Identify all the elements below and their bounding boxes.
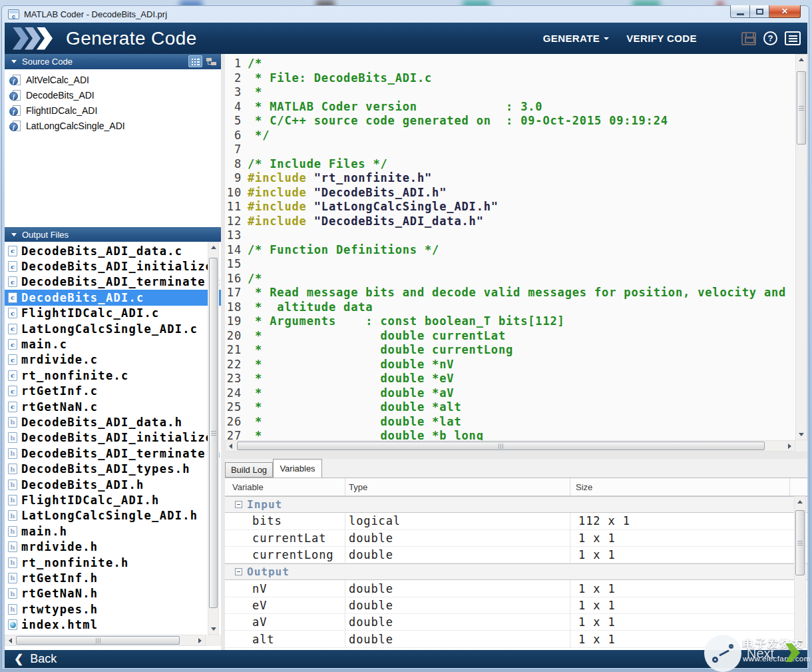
variable-name-cell: aV: [225, 614, 345, 630]
sidebar-horizontal-scrollbar[interactable]: [5, 635, 206, 646]
scroll-up-button[interactable]: [795, 497, 805, 507]
variable-row[interactable]: currentLongdouble1 x 1: [225, 547, 807, 563]
variable-row[interactable]: currentLatdouble1 x 1: [225, 530, 807, 547]
output-file-item[interactable]: hLatLongCalcSingle_ADI.h: [5, 508, 221, 523]
variable-row[interactable]: aVdouble1 x 1: [225, 614, 807, 631]
header-icons: ?: [741, 23, 801, 54]
output-file-item[interactable]: cLatLongCalcSingle_ADI.c: [5, 321, 221, 336]
column-header-variable[interactable]: Variable: [225, 478, 345, 496]
variables-scrollbar[interactable]: [794, 496, 806, 648]
variable-type-cell: double: [345, 547, 570, 563]
code-line: 24 * double *aV: [225, 386, 795, 401]
output-file-item[interactable]: hDecodeBits_ADI_initialize.h: [5, 430, 221, 446]
code-line: 3 *: [225, 85, 795, 100]
output-file-item[interactable]: cmain.c: [5, 336, 221, 352]
column-header-size[interactable]: Size: [570, 478, 790, 496]
code-horizontal-scrollbar[interactable]: [225, 440, 795, 452]
scroll-left-button[interactable]: [226, 441, 236, 451]
code-line: 20 * double currentLat: [225, 329, 795, 344]
collapse-icon[interactable]: [235, 501, 242, 508]
output-file-item-selected[interactable]: cDecodeBits_ADI.c: [5, 290, 221, 305]
scrollbar-thumb[interactable]: [795, 510, 805, 575]
output-file-item[interactable]: hrtwtypes.h: [5, 601, 221, 617]
variable-row[interactable]: nVdouble1 x 1: [225, 580, 807, 597]
scrollbar-thumb[interactable]: [209, 258, 218, 608]
source-code-panel-header[interactable]: Source Code: [5, 54, 221, 69]
scroll-right-button[interactable]: [785, 441, 795, 451]
app-content: Generate Code GENERATE VERIFY CODE ? Sou…: [5, 23, 807, 668]
output-file-item[interactable]: cDecodeBits_ADI_data.c: [5, 243, 221, 258]
titlebar[interactable]: c MATLAB Coder - DecodeBits_ADI.prj ✕: [2, 6, 809, 23]
code-vertical-scrollbar[interactable]: [795, 54, 807, 440]
collapse-icon[interactable]: [235, 568, 242, 575]
scroll-up-button[interactable]: [208, 242, 218, 252]
column-header-type[interactable]: Type: [345, 478, 570, 496]
list-view-icon[interactable]: [188, 55, 202, 67]
source-file-item[interactable]: fFlightIDCalc_ADI: [5, 103, 221, 118]
variable-row[interactable]: eVdouble1 x 1: [225, 597, 807, 614]
output-file-item[interactable]: hrtGetInf.h: [5, 570, 221, 585]
tab-variables[interactable]: Variables: [273, 459, 322, 478]
source-file-label: LatLongCalcSingle_ADI: [26, 121, 125, 131]
menu-icon[interactable]: [785, 31, 801, 45]
output-file-item[interactable]: crtGetInf.c: [5, 384, 221, 399]
scroll-left-button[interactable]: [5, 635, 15, 645]
output-file-item[interactable]: hDecodeBits_ADI.h: [5, 477, 221, 492]
line-number: 7: [225, 143, 248, 157]
output-file-item[interactable]: crt_nonfinite.c: [5, 368, 221, 383]
scrollbar-thumb[interactable]: [237, 442, 765, 450]
source-file-label: AltVelCalc_ADI: [26, 75, 89, 85]
scroll-down-button[interactable]: [208, 624, 218, 634]
output-file-item[interactable]: cFlightIDCalc_ADI.c: [5, 306, 221, 321]
scrollbar-thumb[interactable]: [797, 71, 806, 145]
variable-group-row[interactable]: Output: [225, 563, 807, 580]
output-files-panel-header[interactable]: Output Files: [5, 227, 221, 242]
h-file-icon: h: [8, 510, 17, 521]
output-file-label: rtGetNaN.c: [21, 400, 98, 414]
variable-type-cell: double: [345, 631, 570, 647]
output-file-item[interactable]: hrt_nonfinite.h: [5, 555, 221, 570]
code-line: 17 * Read message bits and decode valid …: [225, 286, 795, 300]
output-file-item[interactable]: hDecodeBits_ADI_terminate.h: [5, 446, 221, 461]
help-icon[interactable]: ?: [763, 31, 777, 45]
code-viewer[interactable]: 1/*2 * File: DecodeBits_ADI.c3 *4 * MATL…: [225, 54, 795, 440]
tab-build-log[interactable]: Build Log: [225, 462, 273, 478]
output-file-item[interactable]: hDecodeBits_ADI_data.h: [5, 414, 221, 430]
scrollbar-thumb[interactable]: [16, 636, 180, 645]
horizontal-splitter[interactable]: [225, 452, 807, 459]
output-file-item[interactable]: cDecodeBits_ADI_initialize.c: [5, 258, 221, 274]
variable-row[interactable]: bitslogical112 x 1: [225, 513, 807, 529]
line-number: 16: [225, 272, 248, 286]
source-file-item[interactable]: fDecodeBits_ADI: [5, 87, 221, 103]
tree-view-icon[interactable]: [204, 55, 218, 67]
variable-type-cell: double: [345, 614, 570, 630]
scroll-right-button[interactable]: [195, 635, 205, 645]
save-icon[interactable]: [741, 32, 756, 45]
variable-group-row[interactable]: Input: [225, 496, 807, 513]
scroll-down-button[interactable]: [796, 430, 807, 440]
generate-button[interactable]: GENERATE: [543, 33, 609, 44]
source-file-item[interactable]: fAltVelCalc_ADI: [5, 72, 221, 87]
output-list-scrollbar[interactable]: [208, 242, 219, 635]
source-file-item[interactable]: fLatLongCalcSingle_ADI: [5, 118, 221, 133]
maximize-button[interactable]: [750, 5, 769, 18]
verify-code-button[interactable]: VERIFY CODE: [626, 33, 697, 44]
output-file-item[interactable]: crtGetNaN.c: [5, 399, 221, 414]
minimize-button[interactable]: [730, 5, 750, 18]
output-file-item[interactable]: hDecodeBits_ADI_types.h: [5, 461, 221, 476]
output-file-item[interactable]: cDecodeBits_ADI_terminate.c: [5, 274, 221, 290]
line-number: 6: [225, 129, 248, 143]
source-file-list: fAltVelCalc_ADIfDecodeBits_ADIfFlightIDC…: [5, 69, 221, 227]
back-button[interactable]: Back: [30, 652, 57, 666]
output-file-item[interactable]: hrtGetNaN.h: [5, 586, 221, 601]
output-file-item[interactable]: cmrdivide.c: [5, 352, 221, 368]
output-file-item[interactable]: index.html: [5, 617, 221, 632]
close-button[interactable]: ✕: [769, 5, 801, 18]
c-file-icon: c: [8, 324, 17, 334]
matlab-function-icon: f: [9, 121, 21, 131]
output-file-item[interactable]: hmain.h: [5, 523, 221, 539]
scroll-up-button[interactable]: [796, 55, 807, 65]
h-file-icon: h: [8, 526, 17, 537]
output-file-item[interactable]: hFlightIDCalc_ADI.h: [5, 492, 221, 507]
output-file-item[interactable]: hmrdivide.h: [5, 539, 221, 554]
